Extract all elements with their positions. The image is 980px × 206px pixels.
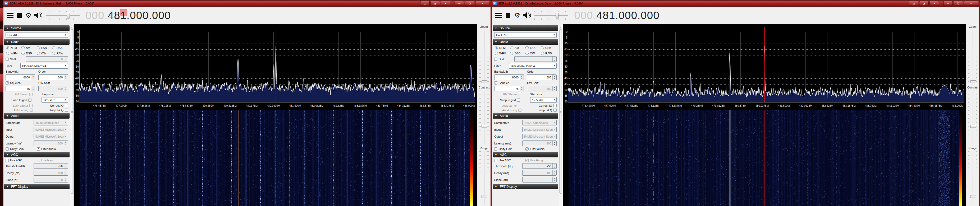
volume-slider[interactable] [535,11,568,20]
squelch-field[interactable]: 75▲▼ [494,86,524,91]
close-button[interactable]: ✕ [475,1,490,6]
squelch-checkbox[interactable]: ✓ [6,81,9,84]
radio-button-circle[interactable] [495,46,498,49]
mode-cw-radio[interactable]: CW [525,52,541,55]
minimize-button[interactable]: — [455,1,464,6]
shift-checkbox[interactable]: ✓ [494,57,497,61]
mode-am-radio[interactable]: AM [21,46,37,49]
spectrum-analyzer[interactable]: 0-5-10-15-20-25-30-35-40-45-50-55-60 [74,24,477,103]
mode-dsb-radio[interactable]: DSB [510,52,525,55]
shift-value-field[interactable]: 0▲▼ [514,56,557,62]
scrollbar-up-arrow[interactable]: ▲ [559,25,562,29]
contrast-slider[interactable] [973,90,973,144]
snap-to-grid-checkbox[interactable]: ✓ [517,98,520,102]
spinner-arrows[interactable]: ▲▼ [552,75,556,80]
radio-button-circle[interactable] [21,52,25,55]
radio-button-circle[interactable] [525,52,528,55]
snap-left-button[interactable]: ◫ [909,1,918,6]
spinner-arrows[interactable]: ▲▼ [552,57,556,62]
menu-icon[interactable] [6,13,13,18]
mode-raw-radio[interactable]: RAW [52,52,67,55]
stop-icon[interactable] [17,13,22,18]
zoom-slider[interactable] [973,30,973,84]
sidebar-scrollbar[interactable]: ▲ [70,25,73,206]
radio-panel-header[interactable]: ▼Radio [4,39,70,44]
radio-button-circle[interactable] [510,52,513,55]
order-field[interactable]: 500▲▼ [527,74,557,80]
order-field[interactable]: 500▲▼ [38,74,68,80]
pin-button[interactable]: ✦ [441,1,450,6]
gear-icon[interactable]: ⚙ [514,12,520,19]
agc-panel-header[interactable]: ▼AGC [493,152,558,157]
agc-panel-header[interactable]: ▼AGC [4,152,70,157]
waterfall-canvas[interactable] [568,109,959,206]
radio-button-circle[interactable] [6,46,9,49]
title-bar[interactable]: SDR# v1.0.0.1328 - IQ Imbalance: Gain = … [492,0,979,6]
use-agc-checkbox[interactable]: ✓ [6,159,9,162]
audio-panel-header[interactable]: ▼Audio [493,113,558,119]
waterfall-canvas[interactable] [80,109,471,206]
spinner-arrows[interactable]: ▲▼ [31,86,35,91]
speaker-icon[interactable] [523,12,531,19]
shift-value-field[interactable]: 0▲▼ [25,56,68,62]
unity-gain-checkbox[interactable]: ✓ [494,147,497,151]
mode-raw-radio[interactable]: RAW [541,52,556,55]
zoom-slider-thumb[interactable] [482,80,487,83]
scrollbar-thumb[interactable] [71,29,73,193]
spinner-arrows[interactable]: ▲▼ [520,75,523,80]
waterfall[interactable] [563,109,966,206]
sidebar-scrollbar[interactable]: ▲ [559,25,562,206]
frequency-display[interactable]: 000.481.000.000 [574,10,660,21]
correct-iq-checkbox[interactable]: ✓ [65,104,68,107]
frequency-digits[interactable]: 481 [596,9,615,21]
source-panel-header[interactable]: ▼Source [493,25,558,31]
radio-button-circle[interactable] [525,46,528,49]
spectrum-analyzer[interactable]: 0-5-10-15-20-25-30-35-40-45-50-55-60 [563,24,966,103]
snap-right-button[interactable]: ◪ [919,1,929,6]
spinner-arrows[interactable]: ▲▼ [31,75,35,80]
swap-iq-checkbox[interactable]: ✓ [65,109,68,112]
spinner-arrows[interactable]: ▲▼ [520,86,523,91]
swap-iq-checkbox[interactable]: ✓ [554,109,557,112]
mode-am-radio[interactable]: AM [510,46,525,49]
frequency-digits[interactable]: .000.000 [127,9,171,21]
radio-button-circle[interactable] [510,46,513,49]
radio-button-circle[interactable] [52,46,55,49]
correct-iq-checkbox[interactable]: ✓ [554,104,557,107]
mode-nfm-radio[interactable]: NFM [495,46,510,49]
source-panel-header[interactable]: ▼Source [4,25,70,31]
maximize-button[interactable]: ❏ [953,1,963,6]
mode-lsb-radio[interactable]: LSB [525,46,541,49]
frequency-display[interactable]: 000.481.000.000 [86,10,171,21]
volume-slider-thumb[interactable] [555,13,558,19]
minimize-button[interactable]: — [943,1,953,6]
filter-audio-checkbox[interactable]: ✓ [37,147,40,151]
step-size-dropdown[interactable]: 12.5 kHz▼ [41,97,68,103]
spectrum-canvas[interactable] [80,24,476,103]
shift-checkbox[interactable]: ✓ [6,57,9,61]
radio-button-circle[interactable] [6,52,9,55]
contrast-slider[interactable] [484,90,484,144]
mode-dsb-radio[interactable]: DSB [21,52,37,55]
frequency-dim-digits[interactable]: 000. [86,9,108,21]
filter-dropdown[interactable]: Blackman-Harris 4▼ [21,63,68,69]
zoom-slider-thumb[interactable] [970,80,976,83]
radio-button-circle[interactable] [541,52,544,55]
spinner-arrows[interactable]: ▲▼ [64,75,68,80]
mode-nfm-radio[interactable]: NFM [6,46,21,49]
use-agc-checkbox[interactable]: ✓ [494,159,497,162]
radio-button-circle[interactable] [37,46,40,49]
frequency-dim-digits[interactable]: 000. [574,9,596,21]
gear-icon[interactable]: ⚙ [25,12,32,19]
scrollbar-thumb[interactable] [559,29,562,193]
squelch-field[interactable]: 75▲▼ [6,86,35,91]
unity-gain-checkbox[interactable]: ✓ [6,147,9,151]
squelch-checkbox[interactable]: ✓ [494,81,497,84]
range-slider-thumb[interactable] [970,195,976,198]
radio-button-circle[interactable] [495,52,498,55]
radio-button-circle[interactable] [52,52,55,55]
mode-cw-radio[interactable]: CW [37,52,52,55]
step-size-dropdown[interactable]: 12.5 kHz▼ [530,97,557,103]
audio-panel-header[interactable]: ▼Audio [4,113,70,119]
source-device-dropdown[interactable]: HackRF▼ [494,32,557,38]
